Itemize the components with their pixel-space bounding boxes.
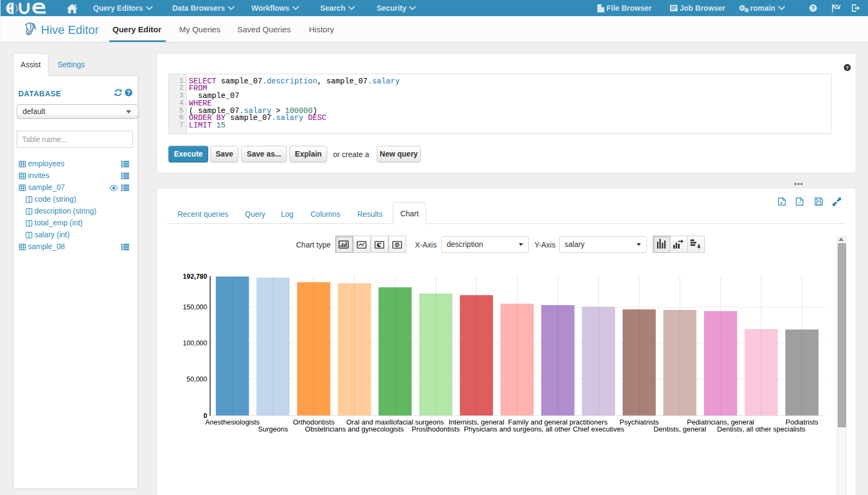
svg-text:100,000: 100,000	[183, 340, 207, 347]
svg-text:?: ?	[811, 5, 815, 11]
svg-text:?: ?	[127, 89, 130, 96]
svg-text:Prosthodontists: Prosthodontists	[412, 425, 460, 433]
svg-text:50,000: 50,000	[187, 376, 207, 383]
svg-text:?: ?	[846, 65, 849, 70]
svg-text:Physicians and surgeons, all o: Physicians and surgeons, all other	[464, 425, 571, 433]
svg-text:Dentists, general: Dentists, general	[654, 425, 707, 433]
svg-text:x: x	[780, 200, 783, 205]
svg-text:Dentists, all other specialist: Dentists, all other specialists	[717, 425, 806, 433]
svg-text:Podiatrists: Podiatrists	[786, 418, 818, 426]
svg-text:Chief executives: Chief executives	[573, 425, 625, 433]
svg-text:Obstetricians and gynecologist: Obstetricians and gynecologists	[305, 425, 404, 433]
svg-text:Surgeons: Surgeons	[258, 425, 288, 433]
svg-text:192,780: 192,780	[183, 273, 207, 280]
svg-text:150,000: 150,000	[183, 303, 207, 311]
svg-text:Anesthesiologists: Anesthesiologists	[205, 418, 260, 426]
